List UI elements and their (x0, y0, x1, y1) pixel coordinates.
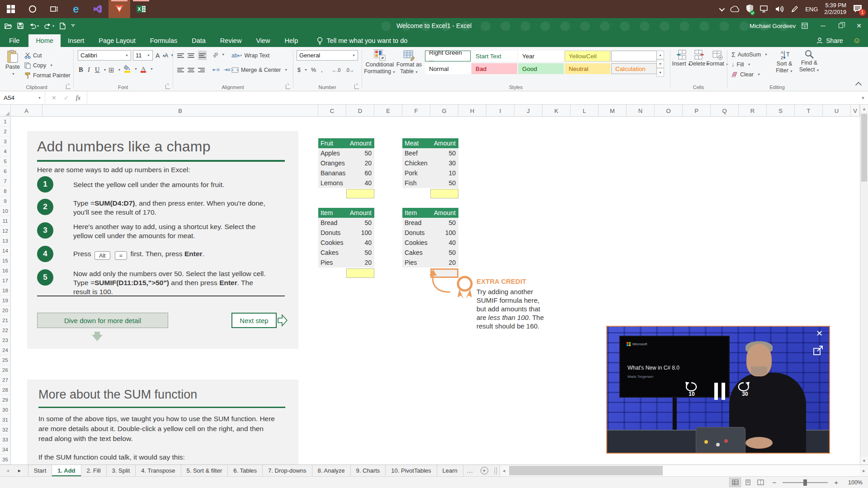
ribbon-tab-help[interactable]: Help (278, 34, 306, 47)
row-header-13[interactable]: 13 (0, 236, 10, 246)
style-start-text[interactable]: Start Text (472, 51, 517, 61)
ribbon-tab-file[interactable]: File (0, 34, 28, 47)
format-painter-button[interactable]: Format Painter (24, 70, 71, 80)
increase-indent-button[interactable]: ⇥≡ (223, 65, 231, 75)
align-middle-button[interactable] (188, 51, 194, 60)
row-header-20[interactable]: 20 (0, 305, 10, 315)
column-header-M[interactable]: M (599, 105, 627, 117)
style-yellowcell[interactable]: YellowCell (565, 51, 610, 61)
row-header-19[interactable]: 19 (0, 296, 10, 305)
hscroll-track[interactable] (508, 465, 860, 476)
page-layout-view-button[interactable] (742, 478, 753, 487)
share-button[interactable]: Share (816, 37, 843, 44)
collapse-ribbon-button[interactable] (855, 82, 862, 88)
underline-button[interactable]: U▼ (95, 65, 106, 75)
table-meat-answer-cell[interactable] (430, 189, 458, 198)
column-header-I[interactable]: I (486, 105, 514, 117)
ribbon-tab-view[interactable]: View (249, 34, 277, 47)
column-header-L[interactable]: L (571, 105, 599, 117)
row-header-16[interactable]: 16 (0, 266, 10, 276)
row-header-26[interactable]: 26 (0, 365, 10, 375)
column-header-J[interactable]: J (514, 105, 542, 117)
hscroll-left-icon[interactable]: ◄ (500, 465, 508, 476)
column-header-A[interactable]: A (11, 105, 42, 117)
column-header-K[interactable]: K (542, 105, 571, 117)
decrease-indent-button[interactable]: ⇤≡ (212, 65, 220, 75)
sheet-tab-8-analyze[interactable]: 8. Analyze (312, 465, 351, 476)
edge-taskbar-button[interactable]: e (65, 0, 87, 18)
row-header-14[interactable]: 14 (0, 246, 10, 256)
signed-in-user[interactable]: Michael Gordeev (750, 18, 796, 33)
insert-function-icon[interactable]: fx (76, 94, 80, 102)
row-header-11[interactable]: 11 (0, 216, 10, 226)
sheet-tab-1-add[interactable]: 1. Add (52, 465, 81, 476)
excel-taskbar-button[interactable]: X (130, 0, 152, 18)
align-right-button[interactable] (198, 65, 205, 75)
ribbon-tab-insert[interactable]: Insert (61, 34, 91, 47)
style-right-green-[interactable]: Right Green ... (425, 51, 471, 61)
clear-button[interactable]: Clear▼ (731, 70, 760, 79)
tab-scroll-divider[interactable] (495, 467, 497, 474)
next-step-button[interactable]: Next step (231, 313, 277, 328)
volume-tray-icon[interactable] (775, 5, 784, 13)
row-header-17[interactable]: 17 (0, 276, 10, 286)
column-header-U[interactable]: U (823, 105, 851, 117)
orientation-button[interactable]: ab▼ (212, 50, 225, 59)
column-header-P[interactable]: P (683, 105, 711, 117)
align-top-button[interactable] (177, 51, 184, 60)
column-header-D[interactable]: D (346, 105, 374, 117)
sheet-tab-6-tables[interactable]: 6. Tables (228, 465, 263, 476)
column-header-E[interactable]: E (374, 105, 402, 117)
tray-show-hidden-icons[interactable] (719, 5, 725, 11)
row-header-8[interactable]: 8 (0, 186, 10, 196)
row-header-28[interactable]: 28 (0, 385, 10, 395)
dive-down-button[interactable]: Dive down for more detail (37, 313, 168, 328)
formula-input[interactable] (87, 91, 858, 104)
page-break-view-button[interactable] (755, 478, 766, 487)
align-bottom-button[interactable] (198, 51, 207, 60)
zoom-slider-thumb[interactable] (803, 479, 807, 486)
bold-button[interactable]: B (79, 65, 83, 75)
sheet-tab-7-drop-downs[interactable]: 7. Drop-downs (263, 465, 312, 476)
hscroll-right-icon[interactable]: ► (860, 465, 868, 476)
column-header-Q[interactable]: Q (711, 105, 739, 117)
style-blank[interactable] (611, 51, 657, 61)
row-header-34[interactable]: 34 (0, 445, 10, 455)
tell-me-box[interactable]: Tell me what you want to do (317, 34, 407, 47)
format-as-table-button[interactable]: Format as Table▼ (396, 49, 422, 75)
row-header-27[interactable]: 27 (0, 375, 10, 385)
pause-button[interactable] (714, 383, 725, 400)
increase-font-button[interactable]: A▲ (156, 51, 165, 60)
expand-formula-bar-icon[interactable]: ▼ (858, 91, 868, 104)
align-left-button[interactable] (177, 65, 184, 75)
font-dialog-launcher[interactable] (165, 84, 170, 89)
row-header-31[interactable]: 31 (0, 415, 10, 425)
style-bad[interactable]: Bad (472, 63, 517, 74)
cortana-button[interactable] (22, 0, 43, 18)
clipboard-dialog-launcher[interactable] (66, 84, 71, 89)
autosum-button[interactable]: ΣAutoSum▼ (731, 50, 768, 59)
row-header-3[interactable]: 3 (0, 136, 10, 146)
fill-button[interactable]: ↓Fill▼ (731, 60, 750, 69)
onedrive-icon[interactable] (730, 6, 740, 12)
row-header-30[interactable]: 30 (0, 405, 10, 415)
conditional-formatting-button[interactable]: ≠ Conditional Formatting▼ (365, 49, 394, 75)
windows-ink-pen-icon[interactable] (791, 5, 799, 13)
zoom-slider[interactable] (783, 482, 828, 483)
restore-button[interactable] (832, 18, 850, 33)
ribbon-tab-data[interactable]: Data (184, 34, 213, 47)
styles-gallery-more[interactable]: ▼ (656, 68, 664, 77)
copy-button[interactable]: Copy ▼ (24, 61, 53, 70)
percent-button[interactable]: % (311, 65, 316, 75)
column-header-N[interactable]: N (627, 105, 655, 117)
row-header-29[interactable]: 29 (0, 395, 10, 405)
row-header-22[interactable]: 22 (0, 325, 10, 335)
delete-cells-button[interactable]: Delete▼ (691, 49, 708, 67)
format-cells-button[interactable]: Format▼ (709, 49, 726, 67)
row-header-21[interactable]: 21 (0, 315, 10, 325)
row-header-4[interactable]: 4 (0, 146, 10, 156)
ribbon-tab-home[interactable]: Home (28, 34, 61, 47)
feedback-smiley-icon[interactable]: ☺ (853, 36, 861, 45)
video-close-icon[interactable]: ✕ (816, 328, 823, 338)
column-header-B[interactable]: B (42, 105, 318, 117)
